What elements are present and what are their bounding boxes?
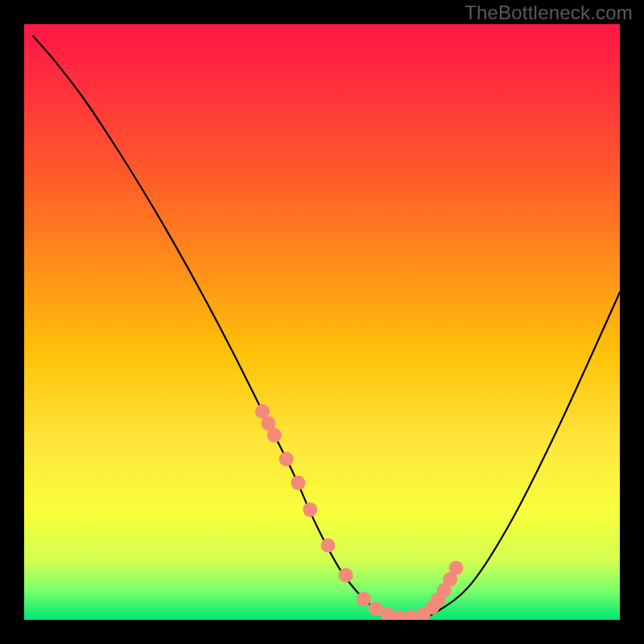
marker-dot xyxy=(449,561,464,576)
chart-stage: TheBottleneck.com xyxy=(0,0,644,644)
marker-dot xyxy=(291,476,305,490)
marker-dot xyxy=(357,592,371,606)
gradient-background xyxy=(24,24,620,620)
marker-dot xyxy=(267,428,282,443)
plot-svg xyxy=(0,0,644,644)
marker-dot xyxy=(303,502,317,517)
marker-dot xyxy=(339,568,353,583)
marker-dot xyxy=(320,539,335,553)
watermark-label: TheBottleneck.com xyxy=(464,2,633,24)
marker-dot xyxy=(279,452,294,466)
